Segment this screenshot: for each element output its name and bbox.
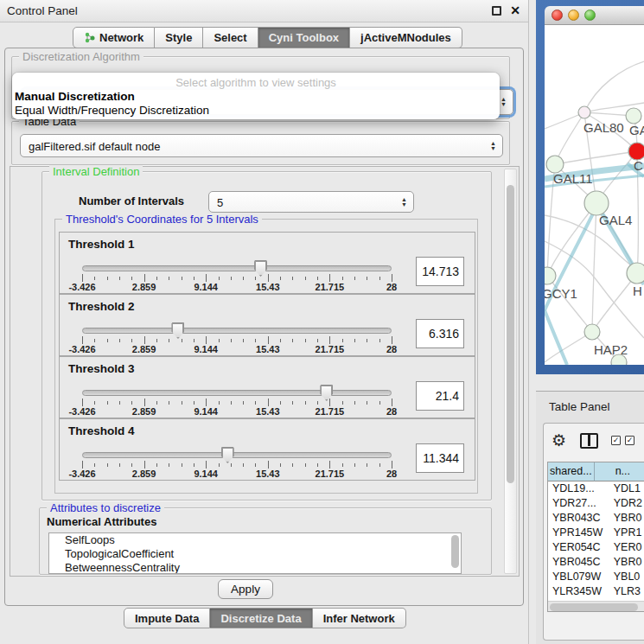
tick-label: -3.426: [68, 469, 95, 479]
tab-discretize-data[interactable]: Discretize Data: [210, 608, 312, 628]
tick-label: -3.426: [68, 406, 95, 417]
table-panel-body: ⚙ ✓ ✓ shared... n... YDL19...YDL1YDR27..…: [543, 423, 644, 641]
tick-label: 28: [386, 406, 397, 417]
table-row[interactable]: YER054CYER0: [548, 540, 644, 555]
threshold-value-field[interactable]: 14.713: [416, 257, 464, 286]
attribute-item[interactable]: BetweennessCentrality: [49, 561, 461, 574]
column-header-shared-name[interactable]: shared...: [548, 462, 595, 481]
tab-style[interactable]: Style: [155, 27, 203, 48]
table-row[interactable]: YBL079WYBL0: [548, 570, 644, 584]
svg-text:GA: GA: [629, 123, 644, 137]
node-gal4[interactable]: [584, 191, 609, 215]
node-gal80[interactable]: [578, 106, 590, 118]
zoom-traffic-light-icon[interactable]: [584, 10, 596, 21]
threshold-slider[interactable]: [82, 328, 392, 334]
network-view-frame: GAL80 GA GAL11 GAL4 GCY1 H HAP2 C: [536, 0, 644, 374]
checkbox-checked-icon[interactable]: ✓: [625, 436, 634, 445]
node-top-right[interactable]: [626, 108, 641, 124]
thresholds-group: Threshold's Coordinates for 5 Intervals …: [54, 219, 478, 494]
table-cell: YBR045C: [548, 555, 609, 570]
table-cell: YER0: [609, 540, 644, 555]
tab-select[interactable]: Select: [203, 27, 258, 48]
table-cell: YDR27...: [548, 496, 609, 511]
threshold-value-field[interactable]: 11.344: [416, 443, 464, 473]
close-traffic-light-icon[interactable]: [552, 10, 563, 21]
scrollbar-thumb[interactable]: [550, 603, 638, 611]
tab-cyni-toolbox[interactable]: Cyni Toolbox: [258, 27, 350, 48]
threshold-slider[interactable]: [82, 265, 392, 271]
node-gcy1[interactable]: [545, 267, 556, 284]
tab-jactivemnodules[interactable]: jActiveMNodules: [350, 27, 462, 48]
threshold-slider[interactable]: [82, 390, 392, 396]
horizontal-scrollbar[interactable]: [548, 601, 644, 612]
gear-icon[interactable]: ⚙: [552, 430, 566, 450]
application-root: Control Panel ✕ Network Style Select Cyn…: [0, 0, 644, 644]
table-row[interactable]: YLR345WYLR3: [548, 584, 644, 599]
number-of-intervals-combobox[interactable]: 5 ▲▼: [208, 191, 414, 213]
column-header-name[interactable]: n...: [595, 462, 644, 481]
tab-impute-data[interactable]: Impute Data: [124, 608, 210, 628]
vertical-scrollbar[interactable]: [504, 169, 517, 574]
node-selected-red[interactable]: [628, 143, 644, 160]
cyni-bottom-tabbar: Impute Data Discretize Data Infer Networ…: [124, 608, 406, 628]
control-panel-tabbar: Network Style Select Cyni Toolbox jActiv…: [73, 27, 462, 48]
dropdown-option-manual-discretization[interactable]: Manual Discretization: [15, 90, 135, 103]
table-cell: YDR2: [609, 496, 644, 511]
dropdown-option-equal-width-frequency[interactable]: Equal Width/Frequency Discretization: [15, 104, 209, 117]
numerical-attributes-list[interactable]: SelfLoopsTopologicalCoefficientBetweenne…: [48, 532, 462, 574]
node-hap2[interactable]: [584, 324, 600, 340]
node-gal11[interactable]: [546, 156, 564, 173]
svg-text:GCY1: GCY1: [545, 286, 577, 301]
threshold-value-field[interactable]: 21.4: [416, 381, 464, 411]
svg-text:GAL11: GAL11: [553, 171, 593, 186]
table-row[interactable]: YBR043CYBR0: [548, 511, 644, 526]
checkbox-checked-icon[interactable]: ✓: [611, 436, 621, 445]
float-window-icon[interactable]: [492, 6, 501, 16]
number-of-intervals-value: 5: [217, 195, 223, 208]
svg-text:GAL80: GAL80: [583, 120, 624, 135]
combo-stepper-icon: ▲▼: [401, 197, 407, 207]
table-cell: YLR345W: [548, 584, 609, 599]
window-title: Control Panel: [7, 4, 78, 17]
table-row[interactable]: YDL19...YDL1: [548, 481, 644, 496]
close-icon[interactable]: ✕: [510, 3, 520, 17]
minimize-traffic-light-icon[interactable]: [568, 10, 579, 21]
threshold-value-field[interactable]: 6.316: [416, 319, 464, 348]
attribute-item[interactable]: TopologicalCoefficient: [49, 547, 461, 561]
table-rows: YDL19...YDL1YDR27...YDR2YBR043CYBR0YPR14…: [548, 481, 644, 612]
network-canvas[interactable]: GAL80 GA GAL11 GAL4 GCY1 H HAP2 C: [545, 25, 644, 365]
apply-button[interactable]: Apply: [218, 579, 273, 599]
slider-tick-labels: -3.4262.8599.14415.4321.71528: [82, 406, 392, 417]
table-cell: YER054C: [548, 540, 609, 555]
node-right-h[interactable]: [627, 263, 644, 284]
algorithm-dropdown-popup: Select algorithm to view settings Manual…: [12, 73, 500, 119]
settings-scroll-panel: Interval Definition Number of Intervals …: [10, 166, 520, 577]
table-row[interactable]: YPR145WYPR1: [548, 526, 644, 540]
tick-label: -3.426: [68, 344, 95, 354]
table-row[interactable]: YBR045CYBR0: [548, 555, 644, 570]
threshold-slider[interactable]: [82, 452, 392, 458]
list-scrollbar-thumb[interactable]: [451, 535, 459, 568]
network-window-titlebar: [545, 6, 644, 25]
tick-label: 28: [386, 282, 397, 292]
table-cell: YBR0: [609, 555, 644, 570]
attribute-item[interactable]: SelfLoops: [49, 533, 461, 547]
tick-label: 28: [386, 344, 397, 354]
scrollbar-thumb[interactable]: [507, 185, 514, 483]
numerical-attributes-label: Numerical Attributes: [47, 515, 156, 528]
table-row[interactable]: YDR27...YDR2: [548, 496, 644, 511]
tick-label: 21.715: [316, 469, 345, 479]
tab-network[interactable]: Network: [73, 27, 155, 48]
table-data-group: Table Data galFiltered.sif default node …: [11, 121, 510, 165]
tick-label: 2.859: [132, 406, 156, 417]
interval-definition-group: Interval Definition Number of Intervals …: [41, 171, 492, 501]
threshold-3-panel: Threshold 3 -3.4262.8599.14415.4321.7152…: [59, 356, 475, 418]
svg-text:H: H: [633, 284, 642, 298]
table-data-combobox[interactable]: galFiltered.sif default node ▲▼: [20, 134, 503, 157]
threshold-4-panel: Threshold 4 -3.4262.8599.14415.4321.7152…: [59, 418, 475, 481]
tab-infer-network[interactable]: Infer Network: [313, 608, 406, 628]
cyni-toolbox-pane: Discretization Algorithm ▲▼ Select algor…: [4, 48, 524, 606]
columns-icon[interactable]: [580, 433, 598, 449]
tick-label: 2.859: [132, 282, 156, 292]
threshold-label: Threshold 3: [68, 362, 135, 375]
